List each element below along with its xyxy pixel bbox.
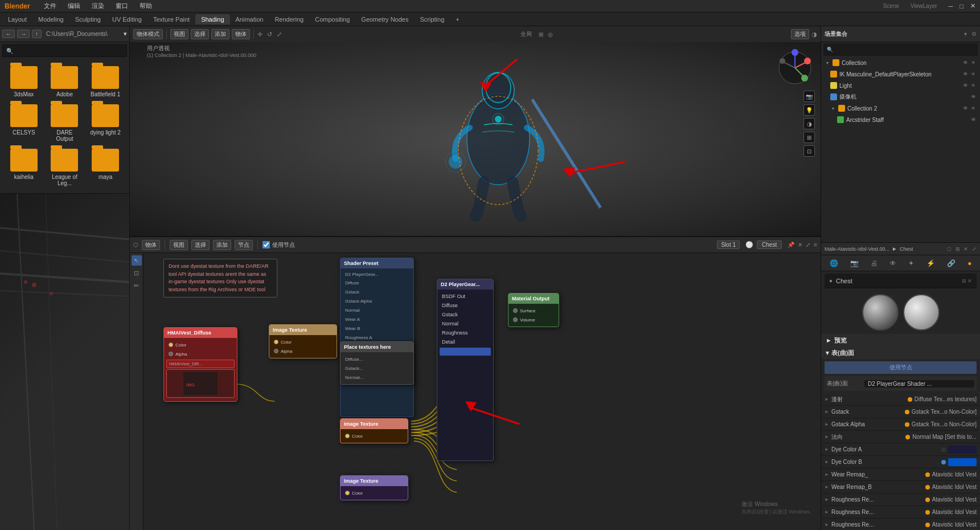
mat-icon-x[interactable]: ✕ xyxy=(963,246,968,252)
vp-render-mode-icon[interactable]: ◑ xyxy=(811,31,817,38)
node-red-diffuse[interactable]: HMAIVest_Diffuse Color Alpha HMAIVest_Di… xyxy=(163,327,237,402)
nav-up-btn[interactable]: ↑ xyxy=(32,30,42,38)
file-item-celsys[interactable]: CELSYS xyxy=(5,102,43,144)
tab-modeling[interactable]: Modeling xyxy=(32,14,69,25)
vis-eye5[interactable]: 👁 xyxy=(962,105,969,112)
ne-expand-icon[interactable]: ⤢ xyxy=(806,242,810,248)
tab-scripting[interactable]: Scripting xyxy=(414,14,450,25)
prop-arrow-gstack[interactable]: ► xyxy=(825,409,831,414)
ne-pin-icon[interactable]: 📌 xyxy=(788,242,794,248)
prop-dye-a[interactable]: ► Dye Color A xyxy=(821,443,980,456)
vp-rotate-icon[interactable]: ↺ xyxy=(267,31,272,38)
vis-eye2[interactable]: 👁 xyxy=(962,71,969,78)
use-nodes-button[interactable]: 使用节点 xyxy=(825,361,977,374)
ne-box-select-tool[interactable]: ⊡ xyxy=(132,268,142,278)
vis-render5[interactable]: ☀ xyxy=(970,105,977,112)
socket-color-out[interactable] xyxy=(274,340,278,344)
tree-item-collection[interactable]: ▾ Collection 👁 ☀ xyxy=(821,57,980,68)
vp-mode-selector[interactable]: 物体模式 xyxy=(133,29,163,39)
rp-tab-view[interactable]: 👁 xyxy=(889,259,896,267)
prop-arrow-rough2[interactable]: ► xyxy=(825,509,831,515)
scene-settings-icon[interactable]: ⚙ xyxy=(971,31,977,37)
search-input[interactable] xyxy=(15,47,123,54)
prop-roughness-2[interactable]: ► Roughness Re... Atavistic Idol Vest xyxy=(821,506,980,519)
tab-shading[interactable]: Shading xyxy=(195,14,229,25)
ne-view-btn[interactable]: 视图 xyxy=(170,240,188,250)
menu-help[interactable]: 帮助 xyxy=(137,1,154,11)
prop-arrow-dye-a[interactable]: ► xyxy=(825,447,831,452)
menu-window[interactable]: 窗口 xyxy=(113,1,130,11)
rp-tab-scene[interactable]: 🌐 xyxy=(830,259,838,267)
file-item-dare[interactable]: DARE Output xyxy=(46,102,84,144)
prop-swatch-dye-a[interactable] xyxy=(948,446,977,454)
socket-alpha-out[interactable] xyxy=(274,349,278,353)
tab-compositing[interactable]: Compositing xyxy=(309,14,355,25)
node-place-textures[interactable]: Place textures here Diffuse... Gstack...… xyxy=(340,341,414,385)
prop-gstack-alpha[interactable]: ► Gstack Alpha Gstack Tex...o Non-Color] xyxy=(821,418,980,431)
pu-sock-color[interactable] xyxy=(345,491,350,495)
file-item-battlefield[interactable]: Battlefield 1 xyxy=(86,64,125,100)
ne-add-btn[interactable]: 添加 xyxy=(213,240,231,250)
filter-btn[interactable]: ▾ xyxy=(124,30,127,38)
prop-gstack[interactable]: ► Gstack Gstack Tex...o Non-Color] xyxy=(821,406,980,418)
vp-camera-btn[interactable]: 📷 xyxy=(803,91,815,102)
node-socket-out[interactable] xyxy=(169,343,173,347)
prop-diffuse[interactable]: ► 漫射 Diffuse Tex...es textures] xyxy=(821,393,980,406)
prop-arrow-diffuse[interactable]: ► xyxy=(825,397,831,402)
window-close[interactable]: ✕ xyxy=(970,2,975,10)
menu-edit[interactable]: 编辑 xyxy=(65,1,83,11)
prop-roughness-3[interactable]: ► Roughness Re... Atavistic Idol Vest xyxy=(821,519,980,530)
ne-header-right-icon[interactable]: ≡ xyxy=(814,242,817,248)
ne-select-tool[interactable]: ↖ xyxy=(132,255,142,266)
rp-tab-constraints[interactable]: 🔗 xyxy=(947,259,956,267)
section-preview[interactable]: ► 预览 xyxy=(821,334,980,346)
node-main-mixer[interactable]: D2 PlayerGear... BSDF Out Diffuse Gstack… xyxy=(437,279,494,461)
ne-use-nodes-label[interactable]: 使用节点 xyxy=(263,241,295,249)
mat-bc-chest[interactable]: Chest xyxy=(900,246,913,252)
vp-proportional-icon[interactable]: ◎ xyxy=(548,31,553,38)
vp-snap-icon[interactable]: ⊞ xyxy=(539,31,543,38)
prop-arrow-rough1[interactable]: ► xyxy=(825,497,831,502)
vp-scale-icon[interactable]: ⤢ xyxy=(277,31,282,38)
ne-editor-type-icon[interactable]: ⬡ xyxy=(133,242,138,248)
prop-wear-remap-b[interactable]: ► Wear Remap_B Atavistic Idol Vest xyxy=(821,481,980,494)
vis-render-icon[interactable]: ☀ xyxy=(970,59,977,66)
mat-icon-2[interactable]: ⊞ xyxy=(956,246,960,252)
preview-sphere-diffuse[interactable] xyxy=(903,294,940,331)
rp-tab-particles[interactable]: ✦ xyxy=(908,259,914,267)
tab-geometry-nodes[interactable]: Geometry Nodes xyxy=(355,14,414,25)
nav-back-btn[interactable]: ← xyxy=(2,30,15,38)
ne-slot-selector[interactable]: Slot 1 xyxy=(717,240,740,249)
ne-annotate-tool[interactable]: ✏ xyxy=(132,280,142,291)
ne-mode-btn[interactable]: 物体 xyxy=(142,240,160,250)
file-item-3dsmax[interactable]: 3dsMax xyxy=(5,64,43,100)
tab-animation[interactable]: Animation xyxy=(230,14,269,25)
mat-icon-expand[interactable]: ⤢ xyxy=(972,246,977,252)
file-item-adobe[interactable]: Adobe xyxy=(46,64,84,100)
tab-uv[interactable]: UV Editing xyxy=(106,14,147,25)
rp-tab-render[interactable]: 📷 xyxy=(850,259,859,267)
tab-rendering[interactable]: Rendering xyxy=(269,14,309,25)
vp-global-label[interactable]: 全局 xyxy=(520,30,532,38)
window-maximize[interactable]: □ xyxy=(960,3,963,10)
vis-render2[interactable]: ☀ xyxy=(970,71,977,78)
ne-select-btn[interactable]: 选择 xyxy=(191,240,210,250)
mat-icon-1[interactable]: ⬡ xyxy=(947,246,952,252)
prop-roughness-1[interactable]: ► Roughness Re... Atavistic Idol Vest xyxy=(821,494,980,506)
material-copy-icon[interactable]: ⊞ xyxy=(962,278,966,284)
nav-forward-btn[interactable]: → xyxy=(17,30,30,38)
tab-layout[interactable]: Layout xyxy=(2,14,32,25)
ne-close-icon[interactable]: ✕ xyxy=(798,242,802,248)
rp-tab-physics[interactable]: ⚡ xyxy=(926,259,935,267)
vp-object-btn[interactable]: 物体 xyxy=(232,29,250,39)
vis-eye-icon[interactable]: 👁 xyxy=(962,59,969,66)
tab-sculpting[interactable]: Sculpting xyxy=(69,14,106,25)
rp-tab-output[interactable]: 🖨 xyxy=(871,259,878,267)
tree-item-camera[interactable]: 摄像机 👁 xyxy=(821,91,980,103)
prop-arrow-normal[interactable]: ► xyxy=(825,434,831,439)
vp-select-btn[interactable]: 选择 xyxy=(191,29,209,39)
vis-eye4[interactable]: 👁 xyxy=(970,93,977,100)
file-item-maya[interactable]: maya xyxy=(86,146,125,189)
mat-bc-mesh[interactable]: Male-Atavistic-Idol-Vest.00... xyxy=(825,246,889,252)
material-name-field[interactable]: ● Chest ⊞ ✕ xyxy=(825,274,977,288)
